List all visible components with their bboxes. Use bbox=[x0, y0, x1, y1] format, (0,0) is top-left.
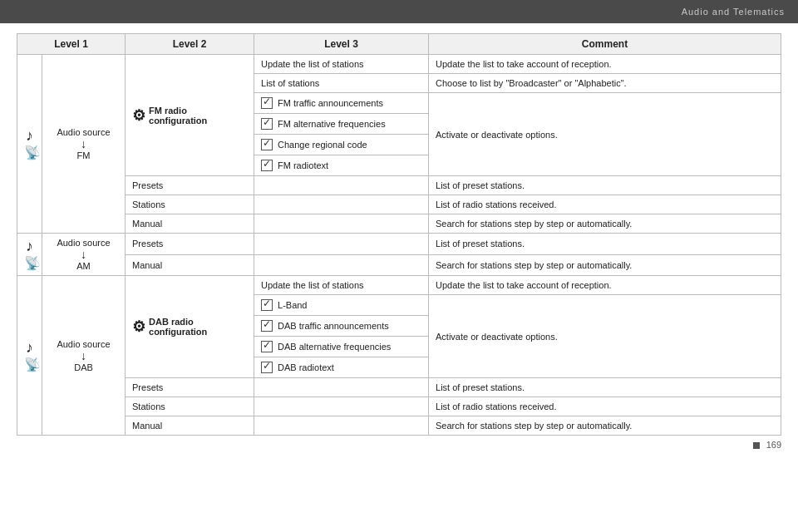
am-row-2: Manual Search for stations step by step … bbox=[17, 254, 781, 276]
fm-stations: Stations bbox=[126, 195, 254, 214]
fm-manual: Manual bbox=[126, 214, 254, 234]
dab-stations: Stations bbox=[126, 397, 254, 416]
dab-manual-comment: Search for stations step by step or auto… bbox=[429, 416, 781, 436]
dab-alt-checkbox bbox=[261, 341, 273, 352]
dab-row-1: ♪ 📡 Audio source↓DAB ⚙ DAB radioconfigur… bbox=[17, 276, 781, 295]
dab-presets: Presets bbox=[126, 378, 254, 397]
fm-config-label: FM radioconfiguration bbox=[149, 106, 207, 126]
fm-row-1: ♪ 📡 Audio source↓FM ⚙ FM radioconfigurat… bbox=[17, 55, 781, 74]
dab-traffic-checkbox bbox=[261, 320, 273, 332]
fm-presets: Presets bbox=[126, 176, 254, 195]
fm-icons: ♪ 📡 bbox=[17, 55, 42, 234]
col-level1: Level 1 bbox=[17, 34, 126, 55]
fm-stations-comment: List of radio stations received. bbox=[429, 195, 781, 214]
fm-list-comment: Choose to list by "Broadcaster" or "Alph… bbox=[429, 74, 781, 93]
am-manual-l3 bbox=[254, 254, 429, 276]
dab-manual-row: Manual Search for stations step by step … bbox=[17, 416, 781, 436]
dab-lband: L-Band bbox=[254, 295, 429, 316]
am-presets-comment: List of preset stations. bbox=[429, 234, 781, 255]
dab-icons: ♪ 📡 bbox=[17, 276, 42, 436]
am-presets-l3 bbox=[254, 234, 429, 255]
dab-config-label: DAB radioconfiguration bbox=[149, 317, 207, 337]
fm-stations-row: Stations List of radio stations received… bbox=[17, 195, 781, 214]
page-content: Level 1 Level 2 Level 3 Comment ♪ 📡 Audi… bbox=[0, 23, 798, 457]
fm-manual-l3 bbox=[254, 214, 429, 234]
am-source-label: Audio source↓AM bbox=[42, 234, 126, 276]
fm-stations-l3 bbox=[254, 195, 429, 214]
dab-activate-comment: Activate or deactivate options. bbox=[429, 295, 781, 378]
dab-update-comment: Update the list to take account of recep… bbox=[429, 276, 781, 295]
fm-update-comment: Update the list to take account of recep… bbox=[429, 55, 781, 74]
fm-list-stations: List of stations bbox=[254, 74, 429, 93]
dab-presets-row: Presets List of preset stations. bbox=[17, 378, 781, 397]
dab-update-stations: Update the list of stations bbox=[254, 276, 429, 295]
fm-source-label: Audio source↓FM bbox=[42, 55, 126, 234]
dab-lband-checkbox bbox=[261, 299, 273, 311]
header-bar: Audio and Telematics bbox=[0, 0, 798, 23]
fm-presets-comment: List of preset stations. bbox=[429, 176, 781, 195]
dab-stations-row: Stations List of radio stations received… bbox=[17, 397, 781, 416]
fm-radiotext: FM radiotext bbox=[254, 155, 429, 176]
fm-presets-row: Presets List of preset stations. bbox=[17, 176, 781, 195]
dab-radiotext: DAB radiotext bbox=[254, 357, 429, 378]
dab-radiotext-checkbox bbox=[261, 362, 273, 373]
fm-regional-checkbox bbox=[261, 139, 273, 150]
page-number: 169 bbox=[766, 440, 781, 450]
dab-alt-freq: DAB alternative frequencies bbox=[254, 337, 429, 357]
dab-presets-l3 bbox=[254, 378, 429, 397]
fm-radiotext-checkbox bbox=[261, 160, 273, 171]
fm-regional: Change regional code bbox=[254, 135, 429, 155]
fm-radio-config: ⚙ FM radioconfiguration bbox=[126, 55, 254, 176]
fm-activate-comment: Activate or deactivate options. bbox=[429, 93, 781, 176]
fm-alt-freq: FM alternative frequencies bbox=[254, 114, 429, 135]
dab-radio-config: ⚙ DAB radioconfiguration bbox=[126, 276, 254, 378]
page-footer: 169 bbox=[17, 439, 781, 451]
am-icons: ♪ 📡 bbox=[17, 234, 42, 276]
dab-stations-comment: List of radio stations received. bbox=[429, 397, 781, 416]
am-manual-comment: Search for stations step by step or auto… bbox=[429, 254, 781, 276]
am-presets: Presets bbox=[126, 234, 254, 255]
fm-traffic: FM traffic announcements bbox=[254, 93, 429, 114]
col-level2: Level 2 bbox=[126, 34, 254, 55]
square-icon bbox=[753, 442, 760, 449]
fm-manual-row: Manual Search for stations step by step … bbox=[17, 214, 781, 234]
fm-alt-checkbox bbox=[261, 118, 273, 130]
dab-stations-l3 bbox=[254, 397, 429, 416]
col-comment: Comment bbox=[429, 34, 781, 55]
dab-manual-l3 bbox=[254, 416, 429, 436]
header-title: Audio and Telematics bbox=[682, 7, 785, 17]
col-level3: Level 3 bbox=[254, 34, 429, 55]
dab-source-label: Audio source↓DAB bbox=[42, 276, 126, 436]
fm-presets-l3 bbox=[254, 176, 429, 195]
am-row-1: ♪ 📡 Audio source↓AM Presets List of pres… bbox=[17, 234, 781, 255]
dab-manual: Manual bbox=[126, 416, 254, 436]
fm-traffic-checkbox bbox=[261, 97, 273, 109]
am-manual: Manual bbox=[126, 254, 254, 276]
fm-update-stations: Update the list of stations bbox=[254, 55, 429, 74]
fm-manual-comment: Search for stations step by step or auto… bbox=[429, 214, 781, 234]
dab-presets-comment: List of preset stations. bbox=[429, 378, 781, 397]
dab-traffic: DAB traffic announcements bbox=[254, 316, 429, 337]
main-table: Level 1 Level 2 Level 3 Comment ♪ 📡 Audi… bbox=[17, 33, 781, 436]
